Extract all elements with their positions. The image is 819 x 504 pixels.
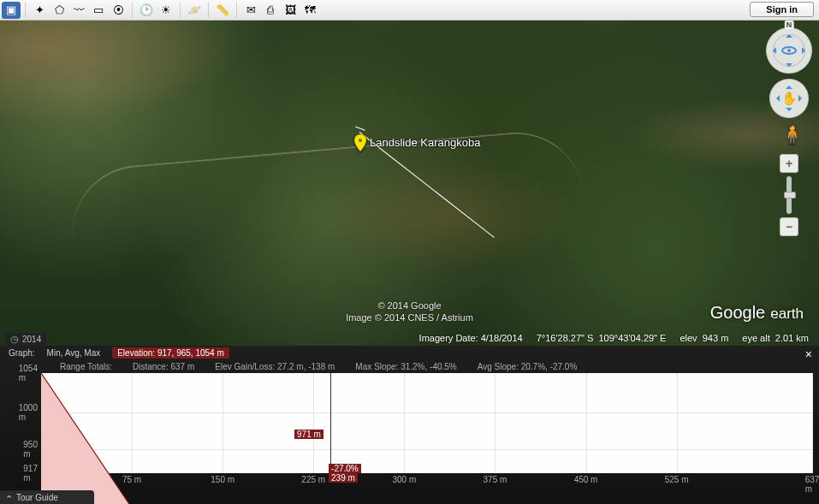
placemark-label[interactable]: Landslide Karangkoba [370, 136, 480, 149]
elevation-area [41, 373, 812, 504]
email-icon[interactable]: ✉ [241, 2, 260, 19]
image-overlay-icon[interactable]: ▭ [89, 2, 108, 19]
sun-icon[interactable]: ☀ [157, 2, 175, 19]
eye-icon [781, 46, 797, 55]
graph-label: Graph: [9, 348, 35, 358]
history-icon[interactable]: 🕑 [137, 2, 156, 19]
elevation-profile-panel: Graph: Min, Avg, Max Elevation: 917, 965… [0, 346, 819, 504]
x-tick-label: 225 m [301, 473, 325, 484]
y-tick-label: 917 m [23, 464, 41, 483]
path-icon[interactable]: 〰 [69, 2, 88, 19]
range-totals-label: Range Totals: [60, 362, 112, 371]
toolbar: ▣ ✦ ⬠ 〰 ▭ ⦿ 🕑 ☀ 🪐 📏 ✉ ⎙ 🖼 🗺 Sign in [0, 0, 819, 21]
x-tick-label: 450 m [574, 473, 598, 484]
planets-icon[interactable]: 🪐 [185, 2, 204, 19]
print-icon[interactable]: ⎙ [261, 2, 280, 19]
hand-icon: ✋ [781, 91, 798, 106]
polygon-icon[interactable]: ⬠ [50, 2, 68, 19]
x-tick-label: 525 m [665, 473, 689, 484]
x-tick-label: 75 m [122, 473, 141, 484]
elevation-chart[interactable]: 1054 m 1000 m 950 m 917 m 75 m 150 m 225… [41, 373, 812, 473]
google-earth-logo: Google earth [710, 300, 804, 323]
north-indicator[interactable]: N [785, 21, 794, 29]
zoom-slider[interactable] [786, 176, 792, 214]
chart-cursor-line[interactable] [330, 373, 331, 473]
placemark-icon[interactable]: ✦ [30, 2, 49, 19]
graph-tab-elevation[interactable]: Elevation: 917, 965, 1054 m [112, 347, 229, 359]
cursor-x-tag: 239 m [329, 473, 358, 483]
signin-button[interactable]: Sign in [750, 2, 814, 17]
record-tour-icon[interactable]: ⦿ [109, 2, 128, 19]
close-panel-icon[interactable]: × [805, 347, 812, 361]
zoom-out-button[interactable]: − [780, 217, 798, 236]
y-tick-label: 950 m [23, 440, 41, 459]
map-viewport[interactable]: Landslide Karangkoba © 2014 Google Image… [0, 21, 819, 346]
pan-dial[interactable]: ✋ [769, 79, 809, 118]
placemark-pin-icon[interactable] [354, 134, 366, 151]
view-in-maps-icon[interactable]: 🗺 [300, 2, 319, 19]
x-tick-label: 150 m [211, 473, 234, 484]
x-tick-label: 375 m [484, 473, 507, 484]
cursor-slope-tag: -27.0% [329, 464, 361, 473]
graph-tab-minavgmax[interactable]: Min, Avg, Max [42, 347, 106, 359]
navigation-controls: N ✋ 🧍 + − [766, 27, 812, 236]
status-bar: Imagery Date: 4/18/2014 7°16'28.27" S 10… [0, 330, 819, 346]
graph-header-row1: Graph: Min, Avg, Max Elevation: 917, 965… [0, 346, 819, 360]
save-image-icon[interactable]: 🖼 [281, 2, 300, 19]
look-around-dial[interactable]: N [766, 27, 812, 74]
pegman-icon[interactable]: 🧍 [780, 123, 798, 145]
zoom-in-button[interactable]: + [780, 154, 798, 173]
cursor-elev-tag: 971 m [294, 430, 323, 439]
svg-point-0 [359, 139, 362, 142]
sidebar-toggle-icon[interactable]: ▣ [2, 2, 21, 19]
imagery-attribution: © 2014 Google Image © 2014 CNES / Astriu… [0, 299, 819, 324]
x-tick-label: 637 m [805, 473, 819, 494]
y-tick-label: 1054 m [19, 364, 41, 382]
x-tick-label: 300 m [392, 473, 416, 484]
y-tick-label: 1000 m [19, 403, 41, 422]
tour-guide-toggle[interactable]: Tour Guide [0, 490, 94, 504]
ruler-icon[interactable]: 📏 [213, 2, 232, 19]
